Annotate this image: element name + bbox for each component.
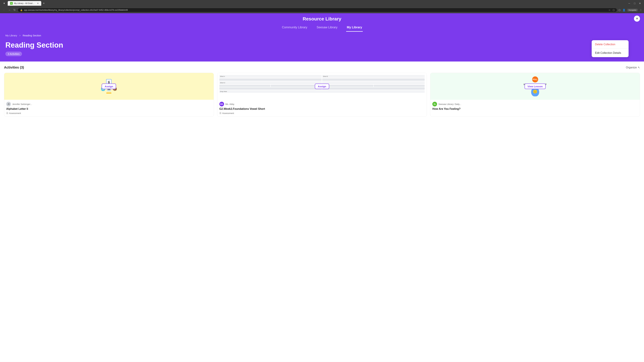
bookmark-icon[interactable]: ☆ [608, 9, 611, 11]
activities-header: Activities (3) Organize ↖ [4, 65, 640, 69]
breadcrumb: My Library > Reading Section [5, 34, 639, 37]
organize-cursor-icon: ↖ [638, 66, 640, 69]
activity-type-label-2: Assessment [222, 112, 234, 114]
reload-button[interactable]: ↻ [13, 8, 16, 12]
browser-titlebar: ▼ S My Library - All Grades - All Su... … [0, 0, 644, 7]
activity-card-3[interactable]: POLL How Are You Feeling? 🙂 View Lesson … [430, 73, 640, 117]
author-name-1: Jennifer Seitsinger... [12, 103, 32, 105]
author-name-3: Seesaw Library: Daily... [438, 103, 461, 105]
author-photo-1: JS [6, 102, 11, 106]
activity-title-1: Alphabet Letter Ii [6, 107, 212, 110]
new-tab-button[interactable]: + [42, 1, 46, 5]
activities-section: Activities (3) Organize ↖ Ii 🌐 [0, 61, 644, 121]
tab-community-library[interactable]: Community Library [281, 24, 308, 32]
assessment-icon-1: ☰ [6, 112, 8, 114]
poll-badge: POLL [532, 76, 538, 82]
organize-label: Organize [626, 66, 637, 69]
close-window-button[interactable]: ✕ [638, 1, 642, 5]
back-button[interactable]: ← [2, 8, 6, 12]
collection-title: Reading Section [5, 41, 639, 49]
minimize-button[interactable]: ─ [627, 1, 631, 5]
breadcrumb-separator: > [19, 34, 21, 37]
author-avatar-1: JS [6, 102, 11, 106]
browser-addressbar: ← → ↻ 🔒 app.seesaw.me/#/activities/libra… [0, 7, 644, 13]
active-browser-tab[interactable]: S My Library - All Grades - All Su... ✕ [8, 1, 41, 6]
extensions-button[interactable]: ⬡ [618, 9, 620, 11]
window-controls: ─ □ ✕ [627, 1, 642, 5]
address-actions: ☆ ⬡ [608, 9, 615, 11]
security-icon: 🔒 [20, 9, 23, 11]
activity-1-assign-button[interactable]: Assign [102, 84, 116, 89]
activities-count-badge: 3 Activities [5, 52, 22, 56]
forward-button[interactable]: → [8, 8, 12, 12]
activity-author-2: MA Ms. Abby [219, 102, 425, 106]
library-tabs-nav: Community Library Seesaw Library My Libr… [4, 24, 640, 32]
activity-type-2: ☰ Assessment [219, 112, 425, 114]
incognito-badge: Incognito [628, 9, 638, 11]
collection-header-area: My Library > Reading Section Reading Sec… [0, 32, 644, 61]
activity-info-2: MA Ms. Abby G2.Week2.Foundations Vowel S… [217, 100, 427, 116]
address-bar[interactable]: 🔒 app.seesaw.me/#/activities/library/my_… [18, 8, 617, 12]
activity-info-1: JS Jennifer Seitsinger... Alphabet Lette… [4, 100, 214, 116]
resource-library-title: Resource Library [303, 16, 341, 22]
author-avatar-3: SL [432, 102, 437, 106]
tab-seesaw-library[interactable]: Seesaw Library [316, 24, 338, 32]
assessment-icon-2: ☰ [219, 112, 222, 114]
activity-author-3: SL Seesaw Library: Daily... [432, 102, 638, 106]
extension-icon[interactable]: ⬡ [613, 9, 615, 11]
app-wrapper: Resource Library ✕ Community Library See… [0, 13, 644, 362]
organize-button[interactable]: Organize ↖ [626, 66, 640, 69]
browser-chrome: ▼ S My Library - All Grades - All Su... … [0, 0, 644, 13]
tab-favicon: S [10, 2, 13, 5]
activity-title-2: G2.Week2.Foundations Vowel Short [219, 107, 425, 110]
collection-title-area: Reading Section 3 Activities Delete Coll… [5, 37, 639, 61]
user-profile-button[interactable]: 👤 [622, 9, 626, 11]
activity-type-1: ☰ Assessment [6, 112, 212, 114]
activity-thumb-3: POLL How Are You Feeling? 🙂 View Lesson [430, 73, 640, 100]
breadcrumb-parent-link[interactable]: My Library [5, 34, 17, 37]
tab-switcher-button[interactable]: ▼ [2, 2, 6, 5]
tab-my-library[interactable]: My Library [346, 24, 363, 32]
delete-collection-button[interactable]: Delete Collection [592, 40, 628, 49]
resource-header: Resource Library ✕ Community Library See… [0, 13, 644, 32]
author-name-2: Ms. Abby [226, 103, 234, 105]
more-options-button[interactable]: ⋮ [640, 9, 642, 11]
resource-title-row: Resource Library ✕ [4, 16, 640, 24]
activity-card-2[interactable]: Short A Short E Short O [217, 73, 427, 117]
activity-title-3: How Are You Feeling? [432, 107, 638, 110]
edit-collection-details-button[interactable]: Edit Collection Details [592, 49, 628, 57]
breadcrumb-current: Reading Section [23, 34, 41, 37]
author-avatar-2: MA [219, 102, 224, 106]
activity-info-3: SL Seesaw Library: Daily... How Are You … [430, 100, 640, 114]
activity-2-assign-button[interactable]: Assign [315, 84, 329, 89]
tab-title: My Library - All Grades - All Su... [14, 2, 35, 4]
activity-3-view-button[interactable]: View Lesson [524, 84, 546, 89]
browser-right-actions: ⬡ 👤 Incognito ⋮ [618, 9, 642, 11]
tab-close-button[interactable]: ✕ [37, 2, 39, 5]
activities-grid: Ii 🌐 💻 📦 Assign [4, 73, 640, 117]
activity-author-1: JS Jennifer Seitsinger... [6, 102, 212, 106]
url-text: app.seesaw.me/#/activities/library/my_li… [24, 9, 128, 11]
collection-dropdown-menu: Delete Collection Edit Collection Detail… [592, 40, 628, 57]
maximize-button[interactable]: □ [632, 1, 636, 5]
close-modal-button[interactable]: ✕ [634, 15, 640, 22]
browser-tab-area: S My Library - All Grades - All Su... ✕ … [8, 1, 46, 6]
activity-thumb-1: Ii 🌐 💻 📦 Assign [4, 73, 214, 100]
activity-type-label-1: Assessment [9, 112, 21, 114]
activity-card-1[interactable]: Ii 🌐 💻 📦 Assign [4, 73, 214, 117]
activities-heading: Activities (3) [4, 65, 24, 69]
activity-thumb-2: Short A Short E Short O [217, 73, 427, 100]
